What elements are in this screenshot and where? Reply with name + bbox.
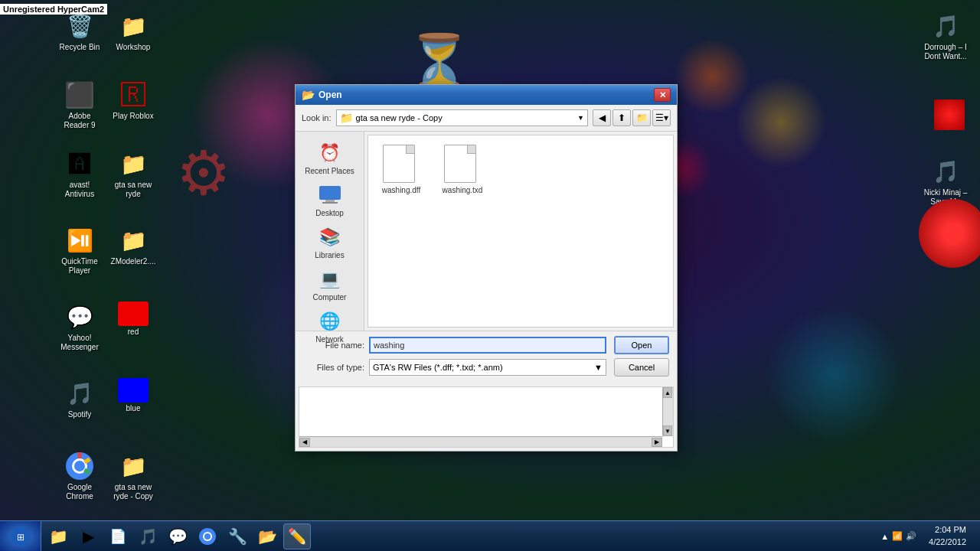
icon-dorrough[interactable]: 🎵 Dorrough – I Dont Want... <box>915 8 976 64</box>
filetype-dropdown[interactable]: GTA's RW Files (*.dff; *.txd; *.anm) ▼ <box>369 359 606 376</box>
cancel-button[interactable]: Cancel <box>614 358 669 377</box>
taskbar-zmodeler[interactable]: 🔧 <box>224 523 251 549</box>
desktop-icons-left: 🗑️ Recycle Bin 📁 Workshop ⬛ Adobe Reader… <box>0 0 153 520</box>
icon-recycle-bin[interactable]: 🗑️ Recycle Bin <box>52 8 107 55</box>
file-washing-dff[interactable]: washing.dff <box>374 142 428 197</box>
washing-txd-icon <box>444 145 481 184</box>
file-washing-txd[interactable]: washing.txd <box>436 142 489 197</box>
clock-date: 4/22/2012 <box>929 536 966 548</box>
taskbar-acrobat[interactable]: 📄 <box>104 523 132 549</box>
dorrough-icon: 🎵 <box>930 11 961 41</box>
dorrough-label: Dorrough – I Dont Want... <box>918 43 973 61</box>
icon-spotify[interactable]: 🎵 Spotify <box>52 375 107 422</box>
open-button[interactable]: Open <box>614 336 669 354</box>
gta-copy-icon: 📁 <box>118 451 149 481</box>
horizontal-scrollbar[interactable]: ◀ ▶ <box>299 436 662 447</box>
google-chrome-label: Google Chrome <box>55 483 104 501</box>
libraries-icon: 📚 <box>318 225 342 249</box>
open-file-dialog: 📂 Open ✕ Look in: 📁 gta sa new ryde - Co… <box>295 84 678 452</box>
tray-arrow[interactable]: ▲ <box>880 532 889 541</box>
gta-copy-label: gta sa new ryde - Copy <box>109 483 158 501</box>
taskbar-chrome[interactable] <box>194 523 221 549</box>
icon-blue-folder[interactable]: blue <box>106 375 161 416</box>
taskbar-media-player[interactable]: ▶ <box>74 523 102 549</box>
icon-workshop[interactable]: 📁 Workshop <box>106 8 161 55</box>
filename-input[interactable] <box>369 337 606 354</box>
view-options-button[interactable]: ☰▾ <box>652 109 671 126</box>
icon-red-folder[interactable]: red <box>106 298 161 340</box>
dialog-titlebar[interactable]: 📂 Open ✕ <box>296 85 677 105</box>
zmodeler-label: ZModeler2.... <box>111 257 156 266</box>
taskbar-win-explorer[interactable]: 📂 <box>253 523 281 549</box>
play-roblox-icon: 🅁 <box>118 80 149 110</box>
scroll-left-arrow[interactable]: ◀ <box>299 438 310 447</box>
lookin-value: gta sa new ryde - Copy <box>356 113 443 122</box>
taskbar-items: 📁 ▶ 📄 🎵 💬 🔧 📂 ✏️ <box>41 523 873 549</box>
dialog-close-button[interactable]: ✕ <box>654 88 671 102</box>
taskbar-yahoo[interactable]: 💬 <box>164 523 191 549</box>
computer-icon: 💻 <box>318 267 342 292</box>
taskbar-explorer[interactable]: 📁 <box>44 523 72 549</box>
recycle-bin-label: Recycle Bin <box>60 43 100 52</box>
taskbar-spotify[interactable]: 🎵 <box>134 523 162 549</box>
svg-rect-5 <box>322 202 338 204</box>
filename-label: File name: <box>303 341 364 350</box>
yahoo-messenger-icon: 💬 <box>64 302 95 332</box>
gta-folder-icon: 📁 <box>118 148 149 179</box>
nav-recent-places[interactable]: ⏰ Recent Places <box>299 138 361 178</box>
quicktime-label: QuickTime Player <box>55 257 104 276</box>
scroll-up-arrow[interactable]: ▲ <box>663 387 672 398</box>
workshop-label: Workshop <box>116 43 151 52</box>
svg-rect-4 <box>325 200 335 202</box>
blue-folder-label: blue <box>126 404 141 413</box>
bg-decoration-6 <box>674 38 750 115</box>
nav-libraries[interactable]: 📚 Libraries <box>299 222 361 262</box>
file-area[interactable]: washing.dff washing.txd <box>368 135 674 328</box>
left-nav-panel: ⏰ Recent Places Desktop 📚 Libr <box>296 132 364 331</box>
dialog-title-icon: 📂 <box>302 89 314 101</box>
nav-back-button[interactable]: ◀ <box>593 109 611 126</box>
svg-point-2 <box>74 461 85 471</box>
icon-adobe-reader[interactable]: ⬛ Adobe Reader 9 <box>52 77 107 133</box>
lookin-dropdown[interactable]: 📁 gta sa new ryde - Copy ▼ <box>336 109 588 126</box>
icon-google-chrome[interactable]: Google Chrome <box>52 448 107 504</box>
zmodeler-icon: 📁 <box>118 225 149 256</box>
icon-gta-sa-new-ryde[interactable]: 📁 gta sa new ryde <box>106 145 161 202</box>
icon-zmodeler[interactable]: 📁 ZModeler2.... <box>106 222 161 269</box>
dialog-body: ⏰ Recent Places Desktop 📚 Libr <box>296 132 677 331</box>
nav-up-button[interactable]: ⬆ <box>612 109 631 126</box>
scroll-down-arrow[interactable]: ▼ <box>663 425 672 436</box>
lookin-dropdown-arrow: ▼ <box>577 114 584 122</box>
icon-play-roblox[interactable]: 🅁 Play Roblox <box>106 77 161 124</box>
scroll-right-arrow[interactable]: ▶ <box>652 438 662 447</box>
washing-txd-name: washing.txd <box>443 186 483 194</box>
nav-computer[interactable]: 💻 Computer <box>299 264 361 305</box>
nav-new-folder-button[interactable]: 📁 <box>632 109 651 126</box>
icon-gta-sa-copy[interactable]: 📁 gta sa new ryde - Copy <box>106 448 161 504</box>
red-circle-deco <box>934 99 965 130</box>
system-clock[interactable]: 2:04 PM 4/22/2012 <box>923 524 972 548</box>
start-button[interactable]: ⊞ <box>0 521 41 552</box>
desktop-nav-icon <box>318 183 342 207</box>
vertical-scrollbar[interactable]: ▲ ▼ <box>662 387 673 436</box>
dialog-lower-area: ◀ ▶ ▲ ▼ <box>299 386 674 448</box>
icon-avast[interactable]: 🅰 avast! Antivirus <box>52 145 107 202</box>
gta-folder-label: gta sa new ryde <box>109 181 158 199</box>
dialog-open-buttons: Open <box>614 336 669 354</box>
filetype-dropdown-arrow: ▼ <box>594 363 603 372</box>
filetype-label: Files of type: <box>303 363 364 372</box>
toolbar-buttons: ◀ ⬆ 📁 ☰▾ <box>593 109 671 126</box>
icon-yahoo-messenger[interactable]: 💬 Yahoo! Messenger <box>52 298 107 355</box>
filetype-value: GTA's RW Files (*.dff; *.txd; *.anm) <box>373 363 503 372</box>
folder-icon: 📁 <box>340 112 353 124</box>
lookin-label: Look in: <box>302 113 332 122</box>
nav-desktop[interactable]: Desktop <box>299 180 361 220</box>
taskbar-right: ▲ 📶 🔊 2:04 PM 4/22/2012 <box>873 524 980 548</box>
washing-dff-name: washing.dff <box>382 186 420 194</box>
icon-quicktime[interactable]: ⏯️ QuickTime Player <box>52 222 107 279</box>
quicktime-icon: ⏯️ <box>64 225 95 256</box>
adobe-reader-label: Adobe Reader 9 <box>55 112 104 130</box>
bg-decoration-4 <box>735 77 827 168</box>
play-roblox-label: Play Roblox <box>113 112 153 121</box>
taskbar-rw-editor[interactable]: ✏️ <box>283 523 311 549</box>
